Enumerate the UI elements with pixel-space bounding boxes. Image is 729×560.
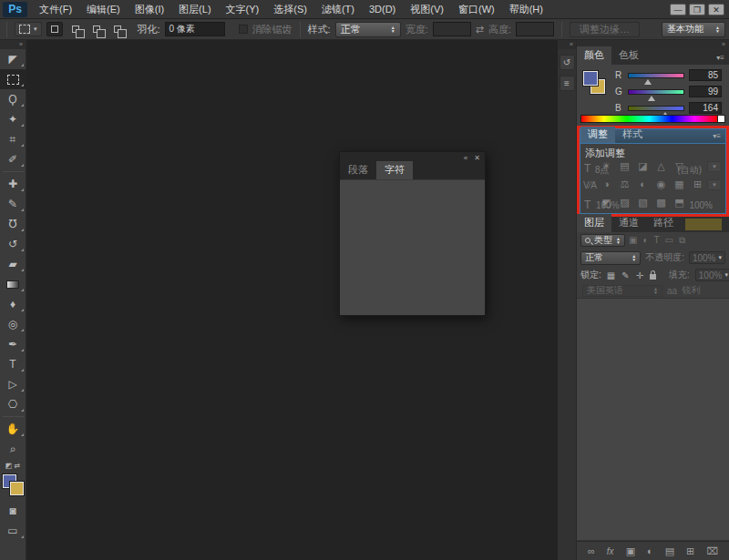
hue-saturation-icon[interactable]: ◑ [601, 178, 612, 190]
add-to-selection-button[interactable] [67, 22, 84, 36]
blue-slider[interactable] [628, 106, 684, 111]
red-slider[interactable] [628, 73, 684, 78]
tools-collapse-button[interactable]: » [0, 40, 26, 49]
menu-help[interactable]: 帮助(H) [502, 0, 550, 18]
color-balance-icon[interactable]: ⚖ [619, 178, 631, 190]
green-slider-thumb[interactable] [648, 96, 655, 101]
quick-mask-button[interactable]: ◙ [0, 501, 26, 521]
maximize-button[interactable]: ❐ [689, 4, 705, 15]
clone-stamp-tool[interactable]: ℧ [0, 214, 26, 234]
blur-tool[interactable]: ♦ [0, 294, 26, 314]
spot-healing-brush-tool[interactable]: ✚ [0, 174, 26, 194]
link-layers-icon[interactable]: ∞ [588, 545, 595, 556]
black-white-icon[interactable]: ◐ [637, 178, 649, 190]
hand-tool[interactable]: ✋ [0, 419, 26, 439]
menu-type[interactable]: 文字(Y) [219, 0, 267, 18]
tab-color[interactable]: 颜色 [577, 46, 611, 65]
width-input[interactable] [433, 22, 471, 36]
background-color-swatch[interactable] [10, 482, 24, 495]
new-layer-icon[interactable]: ⊞ [686, 545, 694, 557]
menu-edit[interactable]: 编辑(E) [79, 0, 128, 18]
path-selection-tool[interactable]: ▷ [0, 374, 26, 394]
foreground-color-swatch[interactable] [583, 71, 598, 86]
color-spectrum-ramp[interactable] [580, 115, 725, 123]
menu-file[interactable]: 文件(F) [32, 0, 79, 18]
eyedropper-tool[interactable]: ✐ [0, 149, 26, 169]
fill-dropdown[interactable]: 100% ▾ [695, 269, 729, 281]
menu-filter[interactable]: 滤镜(T) [314, 0, 362, 18]
exposure-icon[interactable]: △ [655, 160, 667, 172]
lock-pixels-icon[interactable]: ✎ [621, 270, 629, 280]
filter-smart-objects-icon[interactable]: ⧉ [679, 235, 685, 246]
zoom-tool[interactable]: ⌕ [0, 439, 26, 459]
new-selection-button[interactable] [46, 22, 63, 36]
tab-paragraph[interactable]: 段落 [340, 161, 376, 179]
curves-icon[interactable]: ◪ [637, 160, 649, 172]
green-value-input[interactable]: 99 [689, 86, 722, 97]
close-button[interactable]: ✕ [708, 4, 724, 15]
tab-channels[interactable]: 通道 [611, 214, 646, 232]
opacity-dropdown[interactable]: 100% ▾ [689, 251, 725, 264]
swap-colors-icon[interactable]: ⇄ [14, 462, 20, 470]
magic-wand-tool[interactable]: ✦ [0, 109, 26, 129]
lock-position-icon[interactable]: ✛ [636, 270, 643, 280]
feather-input[interactable]: 0 像素 [165, 22, 225, 36]
layer-mask-icon[interactable]: ▣ [626, 545, 635, 557]
menu-select[interactable]: 选择(S) [266, 0, 314, 18]
red-value-input[interactable]: 85 [689, 69, 722, 81]
move-tool[interactable]: ◤ [0, 49, 26, 69]
refine-edge-button[interactable]: 调整边缘… [570, 22, 640, 37]
layer-effects-icon[interactable]: fx [607, 546, 614, 556]
filter-pixel-layers-icon[interactable]: ▣ [629, 235, 637, 246]
antialias-checkbox[interactable] [239, 25, 248, 34]
crop-tool[interactable]: ⌗ [0, 129, 26, 149]
menu-layer[interactable]: 图层(L) [171, 0, 218, 18]
shape-tool[interactable]: ⎔ [0, 394, 26, 414]
intersect-selection-button[interactable] [109, 22, 126, 36]
photo-filter-icon[interactable]: ◉ [655, 178, 667, 190]
selective-color-icon[interactable]: ⬒ [673, 197, 685, 209]
style-dropdown[interactable]: 正常 ▲▼ [335, 22, 401, 37]
tab-layers[interactable]: 图层 [577, 214, 611, 232]
lock-transparency-icon[interactable]: ▦ [607, 270, 615, 280]
delete-layer-icon[interactable]: ⌧ [706, 545, 718, 557]
lock-all-icon[interactable] [650, 274, 656, 280]
posterize-icon[interactable]: ▨ [619, 197, 631, 209]
close-panel-icon[interactable]: ✕ [474, 153, 480, 164]
new-group-icon[interactable]: ▤ [665, 545, 674, 557]
collapse-panel-icon[interactable]: « [464, 153, 467, 164]
minimize-button[interactable]: — [670, 4, 686, 15]
eraser-tool[interactable]: ▰ [0, 254, 26, 274]
tab-character[interactable]: 字符 [376, 161, 413, 179]
rectangular-marquee-tool[interactable] [0, 69, 26, 89]
layers-list[interactable] [577, 298, 729, 541]
gradient-map-icon[interactable]: ▩ [655, 197, 667, 209]
menu-view[interactable]: 视图(V) [403, 0, 451, 18]
properties-panel-icon[interactable]: ≡ [560, 76, 575, 91]
menu-3d[interactable]: 3D(D) [362, 0, 403, 18]
filter-shape-layers-icon[interactable]: ▭ [665, 235, 673, 246]
panel-menu-icon[interactable]: ▾≡ [712, 54, 729, 65]
workspace-dropdown[interactable]: 基本功能 ▲▼ [662, 22, 725, 37]
subtract-selection-button[interactable] [88, 22, 105, 36]
gradient-tool[interactable] [0, 274, 26, 294]
filter-adjustment-layers-icon[interactable]: ◐ [642, 235, 648, 246]
dodge-tool[interactable]: ◎ [0, 314, 26, 334]
tab-adjustments[interactable]: 调整 [580, 127, 615, 143]
swap-dimensions-icon[interactable]: ⇄ [476, 24, 484, 36]
history-panel-icon[interactable]: ↺ [560, 55, 575, 70]
tab-swatches[interactable]: 色板 [611, 46, 646, 65]
color-lookup-icon[interactable]: ⊞ [692, 178, 703, 190]
spectrum-gradient[interactable] [581, 116, 717, 122]
menu-image[interactable]: 图像(I) [128, 0, 171, 18]
red-slider-thumb[interactable] [644, 79, 652, 85]
menu-window[interactable]: 窗口(W) [451, 0, 502, 18]
brush-tool[interactable]: ✎ [0, 194, 26, 214]
tab-paths[interactable]: 路径 [646, 214, 681, 232]
tool-preset-picker[interactable]: ▾ [15, 22, 42, 36]
panel-menu-icon[interactable]: ▾≡ [708, 132, 725, 143]
blue-value-input[interactable]: 164 [689, 102, 722, 114]
layer-filter-dropdown[interactable]: 类型 ▲▼ [580, 234, 625, 247]
green-slider[interactable] [628, 89, 684, 95]
spectrum-white-chip[interactable] [717, 116, 724, 122]
